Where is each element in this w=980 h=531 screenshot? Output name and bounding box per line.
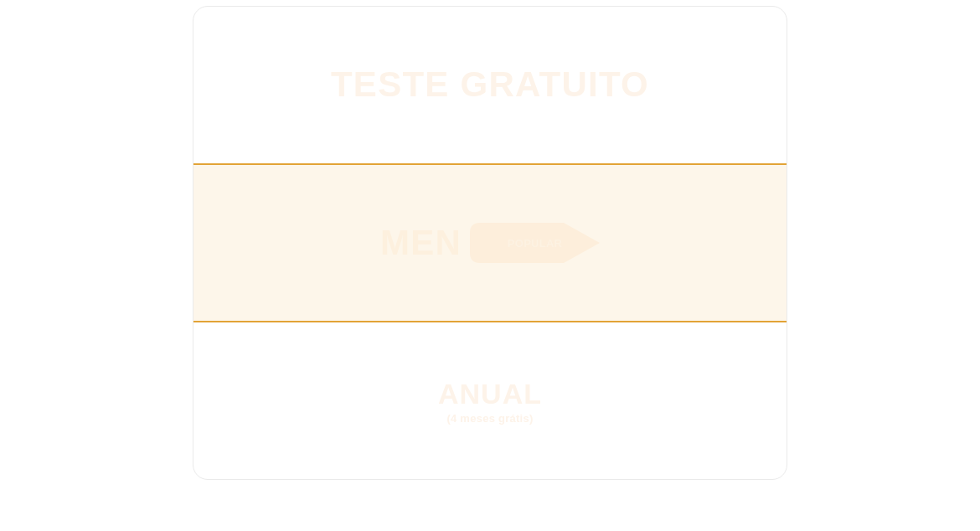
plan-monthly-label: MEN (380, 223, 462, 263)
plan-option-free[interactable]: TESTE GRATUITO (193, 7, 787, 163)
popular-badge-text: POPULAR (508, 237, 562, 250)
plan-option-annual[interactable]: ANUAL (4 meses grátis) (193, 322, 787, 479)
plan-annual-label: ANUAL (438, 378, 542, 410)
plan-option-monthly[interactable]: MEN POPULAR (193, 163, 787, 323)
plan-free-label: TESTE GRATUITO (331, 64, 649, 105)
plan-annual-sub: (4 meses grátis) (446, 412, 533, 425)
popular-badge: POPULAR (470, 223, 600, 263)
plan-selector-card: TESTE GRATUITO MEN POPULAR ANUAL (4 mese… (193, 6, 787, 480)
plan-monthly-row: MEN POPULAR (380, 223, 600, 263)
